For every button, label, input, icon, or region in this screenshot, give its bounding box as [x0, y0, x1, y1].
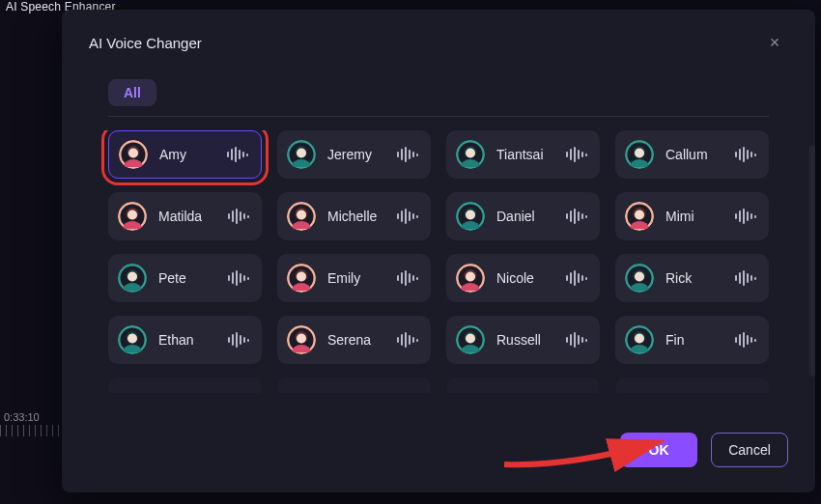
- avatar: [625, 325, 654, 354]
- avatar: [287, 202, 316, 231]
- voice-card[interactable]: Matilda: [108, 192, 262, 240]
- waveform-icon[interactable]: [563, 146, 590, 163]
- waveform-icon[interactable]: [225, 331, 252, 349]
- voice-card[interactable]: Ethan: [108, 316, 262, 364]
- modal-title: AI Voice Changer: [89, 35, 202, 51]
- voice-name: Nicole: [496, 270, 563, 286]
- waveform-icon[interactable]: [394, 269, 421, 287]
- modal-header: AI Voice Changer ×: [89, 10, 788, 66]
- waveform-icon[interactable]: [394, 208, 421, 225]
- voice-name: Callum: [665, 147, 732, 162]
- voice-name: Russell: [496, 332, 563, 348]
- svg-point-47: [635, 272, 644, 282]
- avatar: [287, 325, 316, 354]
- voice-card[interactable]: Jeremy: [277, 130, 431, 179]
- voice-card[interactable]: Daniel: [446, 192, 600, 240]
- waveform-icon[interactable]: [394, 331, 421, 349]
- avatar: [118, 264, 147, 293]
- svg-point-43: [466, 272, 475, 282]
- voice-card[interactable]: Callum: [615, 130, 769, 179]
- svg-point-3: [128, 149, 138, 158]
- avatar: [118, 325, 147, 354]
- avatar: [456, 202, 485, 231]
- svg-point-51: [127, 334, 137, 344]
- voice-card[interactable]: Serena: [277, 316, 431, 364]
- voice-card[interactable]: Emily: [277, 254, 431, 302]
- svg-point-35: [127, 272, 137, 282]
- svg-point-27: [466, 210, 475, 220]
- svg-point-55: [297, 334, 306, 344]
- voice-card[interactable]: Rick: [615, 254, 769, 302]
- waveform-icon[interactable]: [732, 269, 759, 287]
- waveform-icon[interactable]: [732, 208, 759, 225]
- voice-card[interactable]: Michelle: [277, 192, 431, 240]
- svg-point-31: [635, 210, 644, 220]
- avatar: [625, 140, 654, 169]
- voice-card-overflow: [615, 378, 769, 393]
- waveform-icon[interactable]: [394, 146, 421, 163]
- voice-name: Rick: [665, 270, 732, 286]
- timeline-timecode: 0:33:10: [4, 411, 40, 423]
- svg-point-7: [297, 149, 306, 158]
- voice-card-overflow: [277, 378, 431, 393]
- tab-all[interactable]: All: [108, 79, 156, 106]
- voice-name: Michelle: [327, 209, 394, 224]
- svg-point-15: [635, 149, 644, 158]
- voice-card[interactable]: Amy: [108, 130, 262, 179]
- avatar: [456, 140, 485, 169]
- avatar: [119, 140, 148, 169]
- waveform-icon[interactable]: [563, 208, 590, 225]
- voice-changer-modal: AI Voice Changer × All Amy Jeremy Tiants…: [62, 10, 815, 492]
- waveform-icon[interactable]: [732, 331, 759, 349]
- waveform-icon[interactable]: [563, 331, 590, 349]
- waveform-icon[interactable]: [225, 208, 252, 225]
- avatar: [625, 264, 654, 293]
- category-tabs: All: [89, 66, 788, 116]
- close-icon[interactable]: ×: [761, 29, 788, 56]
- voice-name: Mimi: [665, 209, 732, 224]
- voice-card[interactable]: Russell: [446, 316, 600, 364]
- voice-name: Ethan: [158, 332, 225, 348]
- avatar: [287, 140, 316, 169]
- voice-name: Serena: [327, 332, 394, 348]
- voice-name: Matilda: [158, 209, 225, 224]
- svg-point-19: [127, 210, 137, 220]
- svg-point-11: [466, 149, 475, 158]
- svg-point-63: [635, 334, 644, 344]
- voice-card[interactable]: Nicole: [446, 254, 600, 302]
- voice-card[interactable]: Tiantsai: [446, 130, 600, 179]
- avatar: [287, 264, 316, 293]
- avatar: [625, 202, 654, 231]
- voice-name: Jeremy: [327, 147, 394, 162]
- waveform-icon[interactable]: [225, 269, 252, 287]
- voice-card[interactable]: Fin: [615, 316, 769, 364]
- avatar: [118, 202, 147, 231]
- voice-card-overflow: [108, 378, 262, 393]
- voice-name: Fin: [665, 332, 732, 348]
- cancel-button[interactable]: Cancel: [711, 433, 788, 467]
- modal-footer: OK Cancel: [620, 433, 788, 467]
- voice-name: Daniel: [496, 209, 563, 224]
- divider: [108, 116, 769, 117]
- svg-point-23: [297, 210, 306, 220]
- avatar: [456, 264, 485, 293]
- voice-name: Tiantsai: [496, 147, 563, 162]
- voice-name: Amy: [159, 147, 224, 162]
- avatar: [456, 325, 485, 354]
- scrollbar-track[interactable]: [809, 145, 815, 377]
- voice-grid: Amy Jeremy Tiantsai Callum Matilda Miche…: [89, 130, 788, 393]
- waveform-icon[interactable]: [224, 146, 251, 163]
- waveform-icon[interactable]: [732, 146, 759, 163]
- svg-point-59: [466, 334, 475, 344]
- voice-card[interactable]: Pete: [108, 254, 262, 302]
- svg-point-39: [297, 272, 306, 282]
- voice-card[interactable]: Mimi: [615, 192, 769, 240]
- voice-name: Pete: [158, 270, 225, 286]
- ok-button[interactable]: OK: [620, 433, 697, 467]
- voice-name: Emily: [327, 270, 394, 286]
- voice-card-overflow: [446, 378, 600, 393]
- waveform-icon[interactable]: [563, 269, 590, 287]
